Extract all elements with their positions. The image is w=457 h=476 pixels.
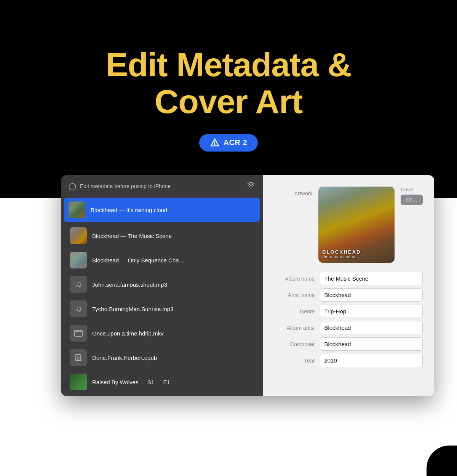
field-label-genre: Genre [274,308,320,315]
field-input-year[interactable] [320,354,423,367]
hero-section: Edit Metadata & Cover Art ACR 2 [0,0,457,198]
track-thumbnail: ♫ [70,276,87,293]
field-row-artist: Artist name [274,288,423,302]
metadata-fields: Album name Artist name Genre Album artis… [274,272,423,370]
artwork-artist-text: BLOCKHEAD [322,249,391,255]
field-row-album: Album name [274,272,423,285]
field-label-year: Year [274,358,320,364]
field-input-album[interactable] [320,272,423,285]
right-panel: Artwork BLOCKHEAD the music scene Cover … [263,175,434,396]
acr-badge[interactable]: ACR 2 [199,134,258,152]
track-item[interactable]: ♫ Tycho.BurningMan.Sunrise.mp3 [64,297,260,321]
track-item[interactable]: Blockhead — The Music Scene [64,224,260,248]
track-name: John.sena.famous.shout.mp3 [92,281,167,288]
track-thumbnail [70,252,87,268]
svg-rect-2 [75,330,82,336]
field-label-album-artist: Album artist [274,325,320,331]
artwork-image: BLOCKHEAD the music scene [318,187,395,263]
track-thumbnail [70,325,87,342]
field-label-composer: Composer [274,341,320,347]
left-header: ◯ Edit metadata before pusing to iPhone [61,175,263,196]
track-thumbnail [70,227,87,244]
field-row-composer: Composer [274,337,423,351]
left-panel: ◯ Edit metadata before pusing to iPhone … [61,175,263,396]
field-row-album-artist: Album artist [274,321,423,334]
track-item[interactable]: Raised By Wolves — S1 — E1 [64,370,260,394]
track-item[interactable]: Once.upon.a.time.hdrip.mkv [64,321,260,345]
track-item[interactable]: Blockhead — It's raining cloud [64,198,260,222]
cover-label: Cover [401,187,414,192]
acr-icon [210,138,220,148]
field-label-album: Album name [274,276,320,282]
field-row-year: Year [274,354,423,367]
track-list: Blockhead — It's raining cloud Blockhead… [61,196,263,396]
field-label-artist: Artist name [274,292,320,298]
field-input-artist[interactable] [320,288,423,302]
header-subtitle: Edit metadata before pusing to iPhone [80,183,171,189]
field-input-composer[interactable] [320,337,423,351]
track-name: Dune.Frank.Herbert.epub [92,355,157,361]
track-item[interactable]: Blockhead — Only Sequence Cha… [64,248,260,272]
cover-section: Cover Ch… [401,187,423,205]
cover-change-button[interactable]: Ch… [401,195,423,205]
track-thumbnail [70,349,87,366]
field-row-genre: Genre [274,305,423,318]
track-name: Raised By Wolves — S1 — E1 [92,379,170,385]
wifi-icon [247,182,255,190]
app-window: ◯ Edit metadata before pusing to iPhone … [61,175,434,396]
acr-badge-label: ACR 2 [224,138,248,147]
track-name: Blockhead — The Music Scene [92,233,172,239]
track-thumbnail: ♫ [70,300,87,317]
track-item[interactable]: ♫ John.sena.famous.shout.mp3 [64,272,260,297]
track-thumbnail [69,201,85,218]
track-name: Once.upon.a.time.hdrip.mkv [92,330,164,337]
field-input-album-artist[interactable] [320,321,423,334]
track-name: Blockhead — Only Sequence Cha… [92,257,185,264]
track-name: Tycho.BurningMan.Sunrise.mp3 [92,306,173,312]
corner-decoration [427,446,457,476]
hero-title: Edit Metadata & Cover Art [105,46,351,120]
artwork-label: Artwork [274,187,312,196]
field-input-genre[interactable] [320,305,423,318]
phone-icon: ◯ [69,182,76,190]
header-left: ◯ Edit metadata before pusing to iPhone [69,182,171,190]
artwork-row: Artwork BLOCKHEAD the music scene Cover … [274,187,423,263]
track-name: Blockhead — It's raining cloud [91,207,167,213]
track-thumbnail [70,374,87,390]
artwork-album-text: the music scene [322,255,391,259]
track-item[interactable]: Dune.Frank.Herbert.epub [64,345,260,370]
